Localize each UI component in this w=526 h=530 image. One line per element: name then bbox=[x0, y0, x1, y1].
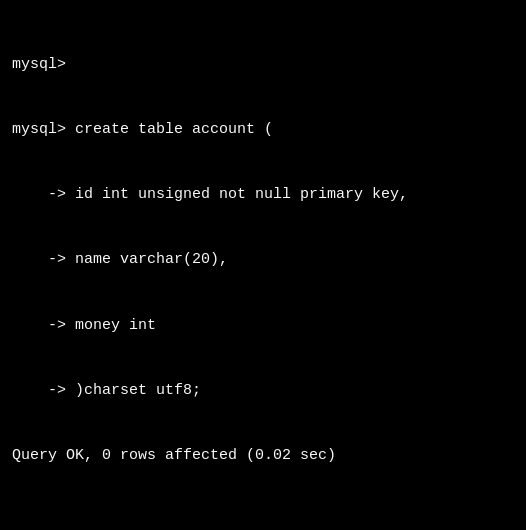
terminal-line-2: mysql> create table account ( bbox=[12, 119, 514, 141]
terminal-line-4: -> name varchar(20), bbox=[12, 249, 514, 271]
terminal-line-8 bbox=[12, 510, 514, 530]
terminal-window: mysql> mysql> create table account ( -> … bbox=[12, 10, 514, 530]
terminal-line-5: -> money int bbox=[12, 315, 514, 337]
terminal-line-3: -> id int unsigned not null primary key, bbox=[12, 184, 514, 206]
terminal-line-7: Query OK, 0 rows affected (0.02 sec) bbox=[12, 445, 514, 467]
terminal-line-1: mysql> bbox=[12, 54, 514, 76]
terminal-line-6: -> )charset utf8; bbox=[12, 380, 514, 402]
